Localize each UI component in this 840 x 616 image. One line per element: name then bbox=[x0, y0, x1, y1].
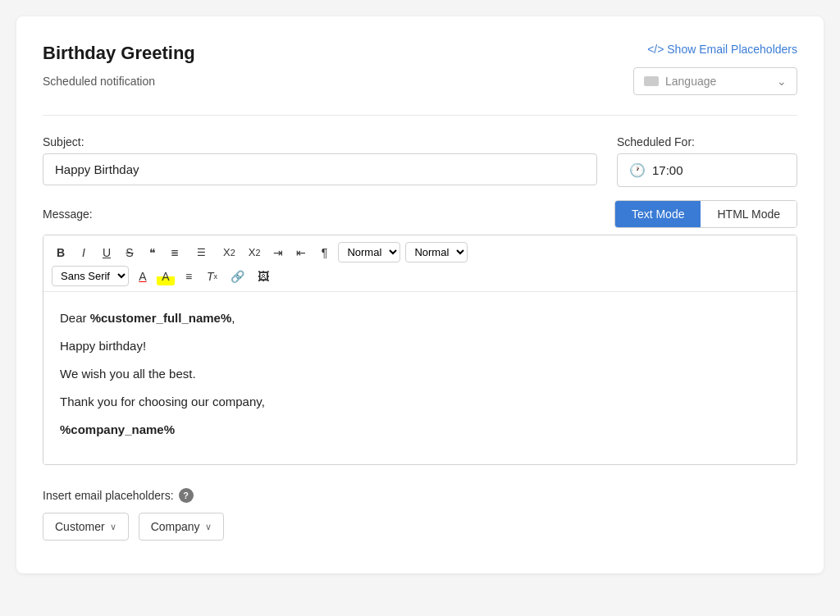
svg-text:☰: ☰ bbox=[197, 247, 206, 258]
paragraph-button[interactable]: ¶ bbox=[315, 244, 333, 262]
font-select[interactable]: Sans Serif bbox=[52, 266, 129, 286]
format-select-2[interactable]: Normal bbox=[405, 242, 468, 262]
company-label: Company bbox=[151, 520, 200, 533]
editor-line-2: Happy birthday! bbox=[60, 336, 780, 356]
underline-button[interactable]: U bbox=[98, 244, 116, 262]
page-title: Birthday Greeting bbox=[43, 43, 195, 64]
scheduled-label: Scheduled For: bbox=[617, 135, 797, 148]
strikethrough-button[interactable]: S bbox=[121, 244, 139, 262]
superscript-button[interactable]: X2 bbox=[244, 244, 265, 262]
main-card: Birthday Greeting </> Show Email Placeho… bbox=[16, 16, 824, 573]
show-placeholders-link[interactable]: </> Show Email Placeholders bbox=[647, 43, 797, 56]
message-label: Message: bbox=[43, 208, 93, 221]
ordered-list-button[interactable]: ≣ bbox=[167, 244, 188, 262]
subtitle-row: Scheduled notification Language ⌄ bbox=[43, 67, 797, 95]
customer-chevron-icon: ∨ bbox=[110, 522, 116, 532]
editor-line-4: Thank you for choosing our company, bbox=[60, 392, 780, 412]
page-subtitle: Scheduled notification bbox=[43, 75, 155, 88]
header-row: Birthday Greeting </> Show Email Placeho… bbox=[43, 43, 797, 64]
subscript-button[interactable]: X2 bbox=[219, 244, 240, 262]
editor-line-1: Dear %customer_full_name%, bbox=[60, 308, 780, 328]
font-color-button[interactable]: A bbox=[134, 267, 152, 285]
blockquote-button[interactable]: ❝ bbox=[144, 244, 162, 262]
subject-input[interactable] bbox=[43, 153, 597, 185]
indent-left-button[interactable]: ⇤ bbox=[292, 244, 310, 262]
indent-right-button[interactable]: ⇥ bbox=[269, 244, 287, 262]
unordered-list-button[interactable]: ☰ bbox=[193, 244, 214, 262]
placeholder-buttons: Customer ∨ Company ∨ bbox=[43, 513, 797, 541]
language-placeholder: Language bbox=[665, 75, 716, 88]
mode-buttons: Text Mode HTML Mode bbox=[614, 200, 797, 228]
editor-line-3: We wish you all the best. bbox=[60, 364, 780, 384]
scheduled-input-wrapper: 🕐 17:00 bbox=[617, 153, 797, 187]
customer-placeholder-button[interactable]: Customer ∨ bbox=[43, 513, 129, 541]
subject-group: Subject: bbox=[43, 135, 597, 185]
company-placeholder: %company_name% bbox=[60, 422, 175, 436]
clock-icon: 🕐 bbox=[629, 162, 646, 178]
clear-format-button[interactable]: Tx bbox=[203, 267, 221, 285]
image-button[interactable]: 🖼 bbox=[253, 267, 273, 285]
customer-label: Customer bbox=[55, 520, 105, 533]
help-icon[interactable]: ? bbox=[179, 488, 194, 503]
language-dropdown[interactable]: Language ⌄ bbox=[633, 67, 797, 95]
toolbar-row-1: B I U S ❝ ≣ ☰ X2 X2 ⇥ ⇤ bbox=[52, 242, 788, 262]
placeholder-section: Insert email placeholders: ? Customer ∨ … bbox=[43, 488, 797, 541]
language-flag bbox=[644, 76, 659, 86]
customer-placeholder: %customer_full_name% bbox=[90, 311, 232, 325]
scheduled-group: Scheduled For: 🕐 17:00 bbox=[617, 135, 797, 187]
message-header-row: Message: Text Mode HTML Mode bbox=[43, 200, 797, 228]
chevron-down-icon: ⌄ bbox=[777, 75, 787, 88]
subject-scheduled-row: Subject: Scheduled For: 🕐 17:00 bbox=[43, 135, 797, 187]
editor-container: B I U S ❝ ≣ ☰ X2 X2 ⇥ ⇤ bbox=[43, 235, 797, 465]
placeholder-label: Insert email placeholders: ? bbox=[43, 488, 797, 503]
italic-button[interactable]: I bbox=[75, 244, 93, 262]
text-mode-button[interactable]: Text Mode bbox=[615, 201, 701, 227]
section-divider bbox=[43, 115, 797, 116]
company-placeholder-button[interactable]: Company ∨ bbox=[139, 513, 224, 541]
link-button[interactable]: 🔗 bbox=[226, 267, 249, 285]
svg-text:≣: ≣ bbox=[171, 247, 179, 258]
align-button[interactable]: ≡ bbox=[180, 267, 198, 285]
toolbar-row-2: Sans Serif A A ≡ Tx 🔗 🖼 bbox=[52, 266, 788, 286]
scheduled-value: 17:00 bbox=[652, 163, 683, 177]
format-select-1[interactable]: Normal bbox=[338, 242, 400, 262]
company-chevron-icon: ∨ bbox=[205, 522, 212, 532]
bold-button[interactable]: B bbox=[52, 244, 70, 262]
subject-label: Subject: bbox=[43, 135, 597, 148]
toolbar: B I U S ❝ ≣ ☰ X2 X2 ⇥ ⇤ bbox=[43, 235, 797, 292]
html-mode-button[interactable]: HTML Mode bbox=[701, 201, 797, 227]
message-section: Message: Text Mode HTML Mode B I U S ❝ ≣ bbox=[43, 200, 797, 465]
editor-line-5: %company_name% bbox=[60, 420, 780, 440]
font-highlight-button[interactable]: A bbox=[157, 267, 175, 285]
editor-body[interactable]: Dear %customer_full_name%, Happy birthda… bbox=[43, 292, 797, 464]
